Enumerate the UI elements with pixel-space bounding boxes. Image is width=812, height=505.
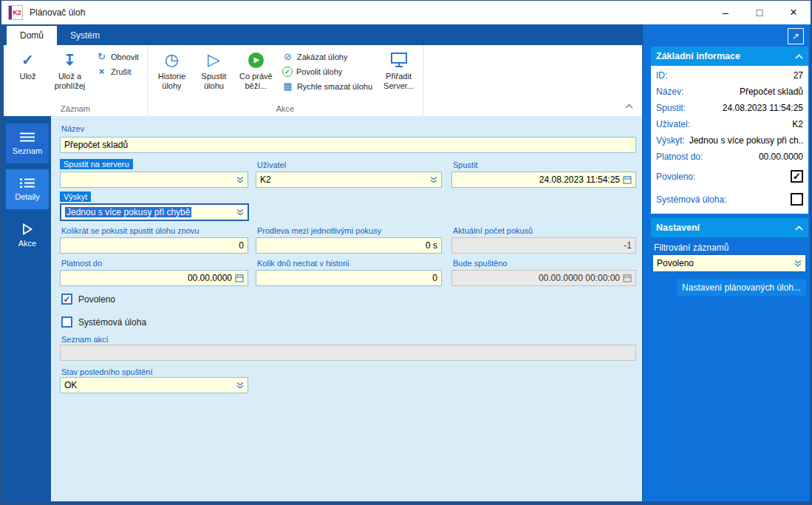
calendar-icon bbox=[623, 274, 632, 282]
titlebar: K2 Plánovač úloh – □ × bbox=[1, 1, 811, 24]
expand-panel-button[interactable]: ↗ bbox=[788, 28, 804, 44]
window-controls: – □ × bbox=[709, 1, 811, 24]
save-icon: ✓ bbox=[21, 52, 34, 67]
chevron-up-icon[interactable] bbox=[795, 54, 803, 59]
list-icon bbox=[19, 132, 35, 143]
povoleno-checkbox[interactable]: ✓ Povoleno bbox=[61, 294, 115, 305]
aktualni-pokusy-label: Aktuální počet pokusů bbox=[453, 226, 533, 235]
monitor-icon bbox=[390, 52, 408, 68]
enable-tasks-button[interactable]: ✓ Povolit úlohy bbox=[279, 65, 376, 78]
view-sidebar: Seznam Detaily Akce bbox=[4, 116, 51, 501]
disable-tasks-button[interactable]: ⊘ Zakázat úlohy bbox=[279, 50, 376, 64]
section-header-zakladni-informace[interactable]: Základní informace bbox=[651, 47, 808, 66]
play-outline-icon: ▷ bbox=[208, 52, 220, 68]
check-circle-icon: ✓ bbox=[282, 67, 293, 77]
info-row-platnost-do: Platnost do:00.00.0000 bbox=[651, 149, 808, 165]
dropdown-arrow-icon[interactable] bbox=[430, 176, 437, 183]
tab-system[interactable]: Systém bbox=[57, 26, 113, 45]
play-circle-icon: ▶ bbox=[248, 52, 264, 68]
run-task-button[interactable]: ▷ Spustit úlohu bbox=[193, 47, 235, 104]
stav-posledniho-spusteni-label: Stav posledního spuštění bbox=[61, 367, 153, 376]
save-button[interactable]: ✓ Ulož bbox=[7, 47, 49, 104]
run-task-button-label: Spustit úlohu bbox=[194, 72, 233, 90]
sidebar-item-detaily[interactable]: Detaily bbox=[6, 169, 49, 209]
povoleno-checkbox-label: Povoleno bbox=[78, 294, 115, 305]
quick-delete-task-button[interactable]: ▦ Rychle smazat úlohu bbox=[279, 80, 376, 93]
bude-spusteno-label: Bude spuštěno bbox=[453, 259, 507, 268]
chevron-up-icon[interactable] bbox=[795, 226, 803, 231]
checkbox-checked-icon[interactable]: ✓ bbox=[791, 170, 803, 183]
seznam-akci-field bbox=[60, 345, 636, 361]
info-side-panel: ↗ Základní informace ID:27 Název:Přepoče… bbox=[643, 24, 810, 501]
refresh-button-label: Obnovit bbox=[111, 52, 139, 61]
ribbon-group-zaznam: ✓ Ulož ↧ Ulož a prohlížej ↻ Obnovit × Zr… bbox=[4, 45, 148, 116]
k2-logo-text: K2 bbox=[12, 6, 22, 19]
checkbox-unchecked-icon[interactable] bbox=[791, 193, 803, 206]
dropdown-arrow-icon[interactable] bbox=[236, 382, 244, 389]
prodleva-field[interactable]: 0 s bbox=[256, 237, 442, 254]
uzivatel-dropdown[interactable]: K2 bbox=[256, 172, 442, 188]
ribbon-collapse-chevron[interactable] bbox=[625, 98, 633, 112]
info-row-nazev: Název:Přepočet skladů bbox=[651, 84, 808, 100]
planned-tasks-settings-button[interactable]: Nastavení plánovaných úloh... bbox=[677, 279, 806, 296]
sidebar-item-seznam[interactable]: Seznam bbox=[6, 123, 49, 163]
filter-records-dropdown[interactable]: Povoleno bbox=[652, 254, 806, 272]
systemova-uloha-checkbox-label: Systémová úloha bbox=[78, 317, 146, 328]
checkbox-checked-icon: ✓ bbox=[61, 294, 72, 305]
stav-posledniho-spusteni-dropdown[interactable]: OK bbox=[60, 377, 248, 393]
basic-info-box: ID:27 Název:Přepočet skladů Spustit:24.0… bbox=[651, 66, 808, 214]
app-window: K2 Plánovač úloh – □ × Domů Systém ✓ Ulo… bbox=[0, 0, 812, 505]
calendar-icon[interactable] bbox=[623, 175, 632, 184]
cancel-button[interactable]: × Zrušit bbox=[92, 65, 143, 78]
grid-icon: ▦ bbox=[282, 81, 293, 92]
group-label-akce: Akce bbox=[148, 104, 423, 116]
sidebar-item-label: Akce bbox=[18, 239, 36, 248]
vyskyt-label: Výskyt bbox=[60, 192, 91, 202]
platnost-do-label: Platnost do bbox=[61, 259, 102, 268]
seznam-akci-label: Seznam akcí bbox=[61, 335, 109, 344]
calendar-icon[interactable] bbox=[235, 274, 244, 282]
currently-running-button[interactable]: ▶ Co právě běží... bbox=[235, 47, 277, 104]
spustit-na-serveru-label: Spustit na serveru bbox=[60, 159, 133, 169]
filter-records-label: Filtrování záznamů bbox=[654, 243, 729, 253]
close-button[interactable]: × bbox=[777, 1, 811, 24]
task-history-button[interactable]: ◷ Historie úlohy bbox=[151, 47, 193, 104]
dropdown-arrow-icon[interactable] bbox=[236, 176, 244, 183]
vyskyt-dropdown[interactable]: Jednou s více pokusy při chybě bbox=[60, 203, 249, 221]
info-row-id: ID:27 bbox=[651, 67, 808, 84]
platnost-do-field[interactable]: 00.00.0000 bbox=[60, 270, 248, 286]
save-and-browse-icon: ↧ bbox=[64, 52, 76, 67]
systemova-uloha-checkbox[interactable]: Systémová úloha bbox=[61, 316, 146, 328]
currently-running-button-label: Co právě běží... bbox=[236, 72, 276, 90]
group-label-zaznam: Záznam bbox=[4, 104, 147, 116]
section-header-nastaveni[interactable]: Nastavení bbox=[651, 218, 808, 237]
pokusy-znovu-field[interactable]: 0 bbox=[60, 237, 248, 254]
ribbon: ✓ Ulož ↧ Ulož a prohlížej ↻ Obnovit × Zr… bbox=[4, 45, 642, 116]
info-row-spustit: Spustit:24.08.2023 11:54:25 bbox=[651, 100, 808, 116]
sidebar-item-label: Detaily bbox=[15, 192, 40, 201]
quick-delete-task-button-label: Rychle smazat úlohu bbox=[297, 82, 372, 91]
cancel-icon: × bbox=[96, 67, 107, 77]
nazev-field[interactable]: Přepočet skladů bbox=[60, 137, 636, 153]
cancel-button-label: Zrušit bbox=[111, 67, 132, 76]
save-button-label: Ulož bbox=[19, 72, 35, 81]
play-outline-icon bbox=[21, 223, 33, 235]
task-detail-form: Název Přepočet skladů Spustit na serveru… bbox=[51, 116, 642, 501]
save-and-browse-button[interactable]: ↧ Ulož a prohlížej bbox=[49, 47, 91, 104]
sidebar-item-akce[interactable]: Akce bbox=[6, 215, 49, 255]
spustit-na-serveru-dropdown[interactable] bbox=[60, 172, 248, 188]
info-row-uzivatel: Uživatel:K2 bbox=[651, 116, 808, 132]
expand-icon: ↗ bbox=[792, 31, 799, 41]
spustit-date-field[interactable]: 24.08.2023 11:54:25 bbox=[451, 172, 636, 188]
k2-logo-icon: K2 bbox=[8, 5, 23, 20]
dropdown-arrow-icon[interactable] bbox=[236, 209, 244, 216]
tab-domu[interactable]: Domů bbox=[7, 26, 57, 45]
kolik-dnu-field[interactable]: 0 bbox=[256, 270, 442, 286]
assign-server-button[interactable]: Přiřadit Server... bbox=[378, 47, 420, 104]
dropdown-arrow-icon[interactable] bbox=[794, 260, 802, 267]
sidebar-item-label: Seznam bbox=[13, 146, 42, 155]
refresh-button[interactable]: ↻ Obnovit bbox=[92, 50, 143, 64]
slash-circle-icon: ⊘ bbox=[282, 52, 293, 62]
maximize-button[interactable]: □ bbox=[743, 1, 777, 24]
minimize-button[interactable]: – bbox=[709, 1, 743, 24]
